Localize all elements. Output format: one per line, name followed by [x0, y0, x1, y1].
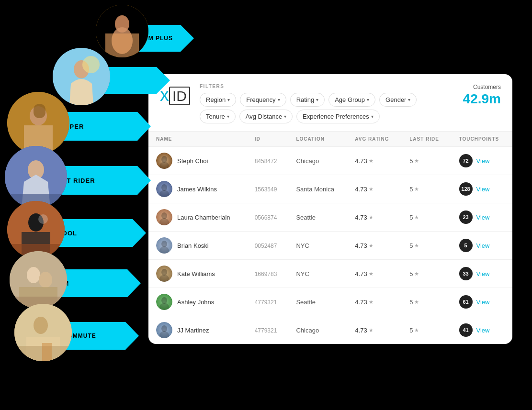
- segment-circle-premium: [10, 251, 67, 309]
- star-icon: ★: [369, 186, 374, 192]
- filter-gender[interactable]: Gender ▾: [379, 93, 417, 107]
- segment-circle-frequent-rider: [5, 146, 67, 208]
- customer-last-ride: 5 ★: [409, 299, 443, 306]
- star-icon: ★: [414, 214, 419, 221]
- customer-location: NYC: [296, 270, 309, 277]
- customer-rating: 4.73 ★: [355, 327, 394, 334]
- view-link[interactable]: View: [476, 299, 490, 306]
- table-row: Kate Williams 1669783 NYC 4.73 ★ 5 ★ 33: [148, 260, 512, 288]
- segment-green[interactable]: GREEN: [53, 48, 110, 105]
- svg-point-25: [34, 317, 48, 334]
- star-icon: ★: [414, 243, 419, 249]
- table-row: Ashley Johns 4779321 Seattle 4.73 ★ 5 ★ …: [148, 288, 512, 316]
- svg-point-20: [27, 267, 40, 283]
- name-cell: Laura Chamberlain: [156, 209, 239, 225]
- filters-section: FILTERS Region ▾ Frequency ▾ Rating ▾ Ag…: [200, 84, 448, 126]
- segments-panel: PREMIUM PLUS GREEN GOOD TIPP: [0, 0, 148, 410]
- segment-premium[interactable]: PREMIUM: [10, 251, 67, 309]
- svg-point-36: [161, 212, 167, 219]
- svg-point-39: [161, 241, 167, 247]
- star-icon: ★: [369, 327, 374, 333]
- filter-avg-distance[interactable]: Avg Distance ▾: [239, 110, 293, 123]
- avatar: [156, 153, 172, 169]
- customer-id: 0566874: [255, 214, 277, 221]
- table-header-row: NAME ID LOCATION AVG RATING LAST RIDE TO…: [148, 132, 512, 147]
- customer-id: 1669783: [255, 271, 277, 277]
- table-row: Laura Chamberlain 0566874 Seattle 4.73 ★…: [148, 203, 512, 232]
- star-icon: ★: [414, 299, 419, 305]
- col-header-touchpoints: TOUCHPOINTS: [452, 132, 512, 147]
- avatar: [156, 181, 172, 197]
- col-header-name: NAME: [148, 132, 247, 147]
- avatar: [156, 209, 172, 225]
- main-card: xID FILTERS Region ▾ Frequency ▾ Rating …: [148, 74, 512, 344]
- svg-point-21: [39, 272, 52, 288]
- segment-pikup-pool[interactable]: PIKUP POOL: [7, 201, 65, 258]
- star-icon: ★: [369, 243, 374, 249]
- name-cell: Ashley Johns: [156, 294, 239, 310]
- touchpoints-badge: 72: [459, 154, 473, 167]
- chevron-down-icon: ▾: [371, 114, 374, 119]
- customer-location: NYC: [296, 242, 309, 249]
- star-icon: ★: [414, 186, 419, 192]
- star-icon: ★: [369, 271, 374, 277]
- name-cell: JJ Martinez: [156, 322, 239, 338]
- customer-last-ride: 5 ★: [409, 270, 443, 277]
- segment-multi-commute[interactable]: MULTI-COMMUTE: [14, 304, 72, 361]
- svg-point-6: [82, 56, 100, 73]
- view-link[interactable]: View: [476, 157, 490, 165]
- customer-last-ride: 5 ★: [409, 214, 443, 221]
- view-link[interactable]: View: [476, 327, 490, 334]
- customer-id: 1563549: [255, 186, 277, 193]
- filter-row-1: Region ▾ Frequency ▾ Rating ▾ Age Group …: [200, 93, 448, 107]
- avatar: [156, 266, 172, 282]
- name-cell: Steph Choi: [156, 153, 239, 169]
- customer-location: Chicago: [296, 157, 319, 165]
- customer-last-ride: 5 ★: [409, 327, 443, 334]
- touchpoints-badge: 33: [459, 267, 473, 280]
- filter-age-group[interactable]: Age Group ▾: [328, 93, 375, 107]
- name-cell: Brian Koski: [156, 237, 239, 254]
- customer-rating: 4.73 ★: [355, 242, 394, 249]
- view-link[interactable]: View: [476, 214, 490, 221]
- touchpoints-cell: 23 View: [459, 211, 505, 224]
- star-icon: ★: [414, 327, 419, 333]
- view-link[interactable]: View: [476, 270, 490, 277]
- col-header-id: ID: [247, 132, 289, 147]
- svg-point-45: [161, 297, 167, 304]
- logo: xID: [160, 86, 190, 104]
- view-link[interactable]: View: [476, 186, 490, 193]
- filter-experience-preferences[interactable]: Experience Preferences ▾: [296, 110, 380, 123]
- svg-point-33: [161, 184, 167, 191]
- svg-point-42: [161, 269, 167, 276]
- touchpoints-badge: 41: [459, 323, 473, 337]
- name-cell: Kate Williams: [156, 266, 239, 282]
- customer-location: Seattle: [296, 299, 315, 306]
- customer-location: Santa Monica: [296, 186, 334, 193]
- touchpoints-cell: 33 View: [459, 267, 505, 280]
- svg-rect-3: [105, 33, 139, 57]
- customer-rating: 4.73 ★: [355, 186, 394, 193]
- touchpoints-cell: 61 View: [459, 295, 505, 309]
- customers-label: Customers: [458, 84, 501, 90]
- filter-tenure[interactable]: Tenure ▾: [200, 110, 236, 123]
- star-icon: ★: [414, 271, 419, 277]
- col-header-avg-rating: AVG RATING: [347, 132, 402, 147]
- chevron-down-icon: ▾: [227, 97, 230, 102]
- table-row: James Wilkins 1563549 Santa Monica 4.73 …: [148, 175, 512, 203]
- segment-premium-plus[interactable]: PREMIUM PLUS: [96, 5, 148, 57]
- customer-name: Laura Chamberlain: [177, 214, 230, 221]
- filter-region[interactable]: Region ▾: [200, 93, 236, 107]
- col-header-location: LOCATION: [288, 132, 347, 147]
- filter-rating[interactable]: Rating ▾: [290, 93, 325, 107]
- segment-good-tipper[interactable]: GOOD TIPPER: [7, 92, 69, 154]
- view-link[interactable]: View: [476, 242, 490, 249]
- svg-point-18: [38, 214, 48, 224]
- customer-last-ride: 5 ★: [409, 157, 443, 165]
- customers-count: 42.9m: [458, 91, 501, 107]
- segment-circle-premium-plus: [96, 5, 148, 57]
- table-row: JJ Martinez 4779321 Chicago 4.73 ★ 5 ★ 4…: [148, 316, 512, 344]
- filter-frequency[interactable]: Frequency ▾: [240, 93, 286, 107]
- touchpoints-badge: 128: [459, 182, 473, 196]
- segment-frequent-rider[interactable]: FREQUENT RIDER: [5, 146, 67, 208]
